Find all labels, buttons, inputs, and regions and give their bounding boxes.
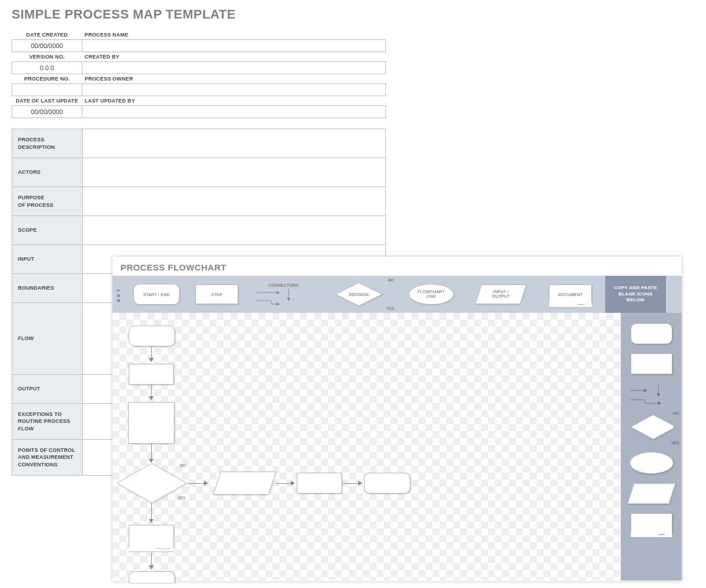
details-label-7: OUTPUT <box>12 375 83 404</box>
legend-document-shape[interactable]: DOCUMENT <box>549 284 592 304</box>
sidebar-decision-yes: YES <box>671 441 679 445</box>
procedure-no-label: PROCEDURE NO. <box>12 74 82 83</box>
details-label-2: PURPOSE OF PROCESS <box>12 187 83 216</box>
page-title: SIMPLE PROCESS MAP TEMPLATE <box>12 7 706 22</box>
sidebar-parallelogram-shape[interactable] <box>627 483 676 504</box>
version-no-field[interactable]: 0.0.0 <box>12 61 82 74</box>
legend-step-shape[interactable]: STEP <box>195 284 238 304</box>
date-last-update-label: DATE OF LAST UPDATE <box>12 96 82 105</box>
details-label-8: EXCEPTIONS TO ROUTINE PROCESS FLOW <box>12 404 83 440</box>
created-by-label: CREATED BY <box>82 52 386 61</box>
canvas-step-3[interactable] <box>297 473 342 494</box>
legend-connectors: CONNECTORS <box>246 276 321 313</box>
sidebar-document-shape[interactable] <box>631 513 672 534</box>
sidebar-ellipse-shape[interactable] <box>629 452 674 474</box>
canvas-parallelogram[interactable] <box>213 472 276 495</box>
sidebar-step-shape[interactable] <box>631 353 672 374</box>
canvas-step-1[interactable] <box>129 364 174 385</box>
details-value-0[interactable] <box>83 129 386 158</box>
flowchart-canvas[interactable]: NO YES <box>112 313 621 580</box>
legend-flowchart-link-shape[interactable]: FLOWCHART LINK <box>409 284 454 305</box>
key-label: KEY <box>112 276 125 313</box>
details-value-2[interactable] <box>83 187 386 216</box>
connectors-icon <box>252 289 315 305</box>
flowchart-title: PROCESS FLOWCHART <box>112 257 682 276</box>
copy-paste-header: COPY AND PASTE BLANK ICONS BELOW <box>605 276 666 313</box>
sidebar-decision-shape[interactable]: NO YES <box>629 414 674 443</box>
legend-input-output-shape[interactable]: INPUT / OUTPUT <box>475 284 526 304</box>
canvas-document[interactable] <box>129 525 174 548</box>
header-fields: DATE CREATED PROCESS NAME 00/00/0000 VER… <box>0 30 706 118</box>
date-created-label: DATE CREATED <box>12 30 82 39</box>
details-label-4: INPUT <box>12 245 83 274</box>
date-created-field[interactable]: 00/00/0000 <box>12 39 82 52</box>
legend-decision-shape[interactable]: DECISION <box>334 282 383 307</box>
canvas-terminator-2[interactable] <box>364 473 410 494</box>
process-owner-label: PROCESS OWNER <box>82 74 386 83</box>
details-label-1: ACTORS <box>12 158 83 187</box>
canvas-decision-no: NO <box>180 463 186 468</box>
details-label-5: BOUNDARIES <box>12 274 83 303</box>
details-value-3[interactable] <box>83 216 386 245</box>
sidebar-connectors[interactable] <box>628 384 675 404</box>
details-label-3: SCOPE <box>12 216 83 245</box>
created-by-field[interactable] <box>82 61 386 74</box>
sidebar-terminator-shape[interactable] <box>631 323 672 344</box>
version-no-label: VERSION NO. <box>12 52 82 61</box>
svg-marker-7 <box>631 415 674 439</box>
sidebar-decision-no: NO <box>673 411 679 415</box>
legend-decision-no: NO <box>388 278 395 282</box>
canvas-step-2[interactable] <box>128 402 174 444</box>
legend-decision-yes: YES <box>386 306 394 311</box>
canvas-decision-yes: YES <box>177 496 185 500</box>
canvas-terminator-1[interactable] <box>129 326 175 346</box>
last-updated-by-field[interactable] <box>82 105 386 118</box>
legend-connectors-label: CONNECTORS <box>268 283 299 287</box>
canvas-terminator-3[interactable] <box>129 571 175 583</box>
details-label-0: PROCESS DESCRIPTION <box>12 129 83 158</box>
details-label-9: POINTS OF CONTROL AND MEASUREMENT CONVEN… <box>12 440 83 476</box>
flowchart-key-row: KEY START / END STEP CONNECTORS <box>112 276 682 313</box>
process-name-label: PROCESS NAME <box>82 30 386 39</box>
process-name-field[interactable] <box>82 39 386 52</box>
flowchart-sidebar: NO YES <box>621 313 682 580</box>
last-updated-by-label: LAST UPDATED BY <box>82 96 386 105</box>
svg-marker-4 <box>117 463 187 503</box>
procedure-no-field[interactable] <box>12 83 82 96</box>
details-label-6: FLOW <box>12 303 83 375</box>
details-value-1[interactable] <box>83 158 386 187</box>
legend-start-end-shape[interactable]: START / END <box>133 284 180 305</box>
flowchart-panel: PROCESS FLOWCHART KEY START / END STEP C… <box>112 257 682 581</box>
date-last-update-field[interactable]: 00/00/0000 <box>12 105 82 118</box>
svg-text:DECISION: DECISION <box>349 293 369 297</box>
process-owner-field[interactable] <box>82 83 386 96</box>
